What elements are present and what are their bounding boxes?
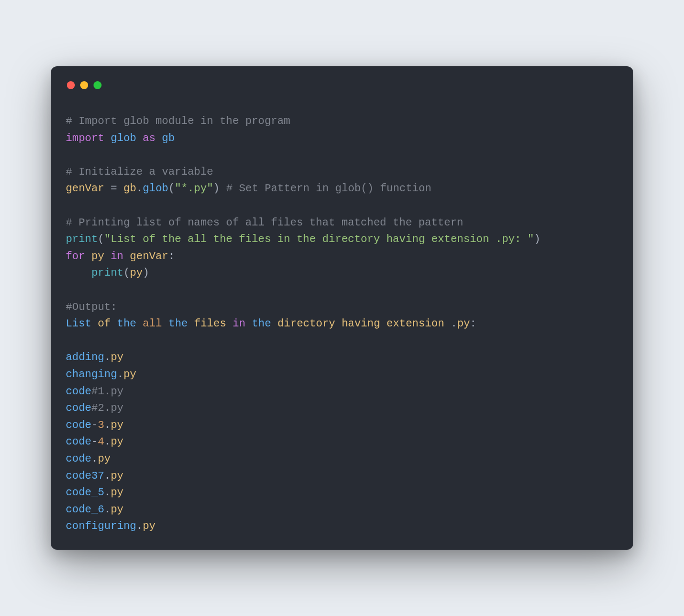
output-ext: py xyxy=(123,368,136,380)
output-sep: . xyxy=(117,368,123,380)
output-sep: - xyxy=(91,435,98,448)
output-num: 4 xyxy=(98,435,104,448)
output-sep: - xyxy=(91,419,98,431)
output-token: the xyxy=(252,317,271,330)
output-token: in xyxy=(232,317,245,330)
paren: ( xyxy=(98,233,104,245)
operator: = xyxy=(104,182,123,194)
output-filename: code xyxy=(66,402,91,414)
output-token: py xyxy=(457,317,470,330)
output-filename: code xyxy=(66,385,91,397)
output-filename: code xyxy=(66,435,91,448)
builtin-print: print xyxy=(66,233,98,245)
alias-ref: gb xyxy=(123,182,136,194)
output-token xyxy=(271,317,277,330)
variable: genVar xyxy=(66,182,104,194)
comment-line: # Import glob module in the program xyxy=(66,115,290,127)
output-sep: . xyxy=(136,520,143,532)
func-name: glob xyxy=(143,182,168,194)
output-sep: . xyxy=(104,470,111,482)
keyword-for: for xyxy=(66,250,85,262)
output-ext: py xyxy=(98,453,111,465)
code-block: # Import glob module in the program impo… xyxy=(66,113,618,535)
maximize-icon[interactable] xyxy=(94,81,102,89)
output-sep: . xyxy=(104,435,111,448)
paren: ( xyxy=(123,267,130,279)
output-token: . xyxy=(450,317,457,330)
output-token: List xyxy=(66,317,91,330)
variable: genVar xyxy=(130,250,168,262)
output-token: directory xyxy=(277,317,335,330)
output-token: of xyxy=(98,317,111,330)
output-token: extension xyxy=(386,317,444,330)
comment-line: # Initialize a variable xyxy=(66,166,213,178)
string-literal: "*.py" xyxy=(175,182,213,194)
output-ext: py xyxy=(111,486,123,498)
builtin-print: print xyxy=(91,267,123,279)
output-sep: . xyxy=(104,351,111,363)
comment-inline: # Set Pattern in glob() function xyxy=(220,182,431,194)
keyword-in: in xyxy=(111,250,123,262)
output-filename: code xyxy=(66,453,91,465)
output-token xyxy=(188,317,194,330)
output-token xyxy=(91,317,98,330)
keyword-as: as xyxy=(143,132,156,144)
output-token: all xyxy=(143,317,162,330)
output-filename: adding xyxy=(66,351,104,363)
output-token: : xyxy=(470,317,476,330)
output-token xyxy=(380,317,386,330)
output-sep: #2. xyxy=(91,402,111,414)
output-filename: code37 xyxy=(66,470,104,482)
output-sep: . xyxy=(104,486,111,498)
indent xyxy=(66,267,91,279)
output-filename: code_6 xyxy=(66,503,104,516)
output-files: adding.py changing.py code#1.py code#2.p… xyxy=(66,351,156,532)
output-sep: #1. xyxy=(91,385,111,397)
output-token xyxy=(162,317,168,330)
output-ext: py xyxy=(111,385,123,397)
paren: ( xyxy=(168,182,175,194)
output-token xyxy=(136,317,143,330)
output-header: List of the all the files in the directo… xyxy=(66,317,476,330)
output-num: 3 xyxy=(98,419,104,431)
output-sep: . xyxy=(91,453,98,465)
output-token xyxy=(245,317,252,330)
output-ext: py xyxy=(111,503,123,516)
close-icon[interactable] xyxy=(67,81,75,89)
minimize-icon[interactable] xyxy=(80,81,88,89)
paren: ) xyxy=(534,233,540,245)
keyword-import: import xyxy=(66,132,104,144)
comment-line: # Printing list of names of all files th… xyxy=(66,216,463,229)
output-token xyxy=(335,317,341,330)
output-sep: . xyxy=(104,503,111,516)
output-sep: . xyxy=(104,419,111,431)
output-token: files xyxy=(194,317,226,330)
output-token: the xyxy=(117,317,136,330)
loop-var: py xyxy=(130,267,143,279)
loop-var: py xyxy=(91,250,104,262)
paren: ) xyxy=(213,182,220,194)
output-token xyxy=(111,317,117,330)
output-token: the xyxy=(168,317,188,330)
window-controls xyxy=(67,81,618,89)
alias-name: gb xyxy=(162,132,175,144)
code-window: # Import glob module in the program impo… xyxy=(51,66,633,550)
output-ext: py xyxy=(111,419,123,431)
string-literal: "List of the all the files in the direct… xyxy=(104,233,534,245)
output-filename: code_5 xyxy=(66,486,104,498)
output-token xyxy=(444,317,450,330)
comment-output: #Output: xyxy=(66,301,117,313)
output-ext: py xyxy=(111,351,123,363)
dot: . xyxy=(136,182,143,194)
output-ext: py xyxy=(143,520,156,532)
output-filename: code xyxy=(66,419,91,431)
output-ext: py xyxy=(111,402,123,414)
module-name: glob xyxy=(111,132,136,144)
paren: ) xyxy=(143,267,149,279)
output-token xyxy=(226,317,232,330)
output-filename: configuring xyxy=(66,520,136,532)
colon: : xyxy=(168,250,175,262)
output-ext: py xyxy=(111,470,123,482)
output-ext: py xyxy=(111,435,123,448)
output-filename: changing xyxy=(66,368,117,380)
